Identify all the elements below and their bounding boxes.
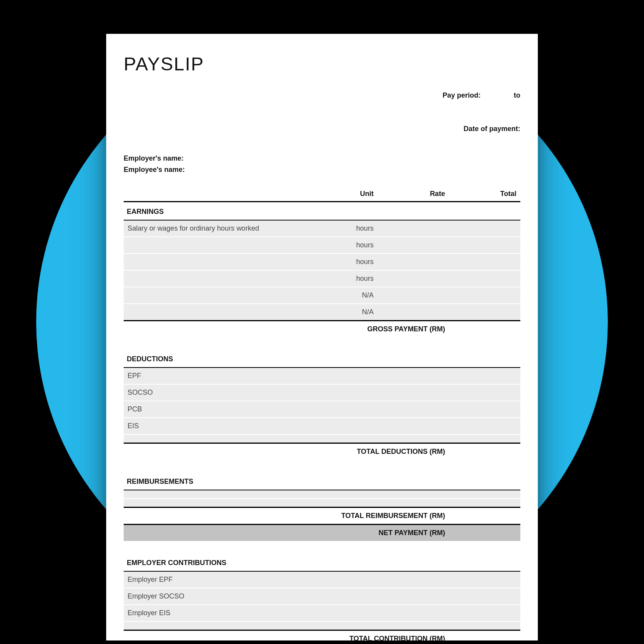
reimbursement-desc [124,490,449,499]
contributions-header-row: EMPLOYER CONTRIBUTIONS [124,553,520,571]
contribution-desc: Employer SOCSO [124,588,449,605]
net-payment-row: NET PAYMENT (RM) [124,525,520,541]
total-contribution-label: TOTAL CONTRIBUTION (RM) [124,630,449,644]
earnings-desc [124,270,318,287]
table-row: hours [124,237,520,254]
earnings-desc [124,304,318,321]
pay-period-row: Pay period: to [124,79,520,112]
names-block: Employer's name: Employee's name: [124,153,520,175]
table-row: Employer EIS [124,605,520,621]
table-row: Employer EPF [124,571,520,588]
col-desc [124,187,318,202]
deduction-desc: SOCSO [124,384,449,401]
date-of-payment-row: Date of payment: [124,112,520,145]
earnings-unit: hours [318,237,378,254]
table-row: PCB [124,401,520,418]
pay-period-to: to [514,91,520,99]
deduction-desc: EIS [124,418,449,434]
earnings-unit: hours [318,220,378,237]
col-total: Total [449,187,520,202]
deductions-header: DEDUCTIONS [124,350,520,368]
pay-period-label: Pay period: [443,91,481,99]
earnings-desc [124,237,318,254]
earnings-header-row: EARNINGS [124,202,520,220]
earnings-header: EARNINGS [124,202,520,220]
earnings-unit: N/A [318,287,378,304]
reimbursement-desc [124,499,449,508]
table-row: EIS [124,418,520,434]
table-row: EPF [124,368,520,384]
net-payment-value [449,525,520,541]
col-rate: Rate [378,187,449,202]
reimbursements-header-row: REIMBURSEMENTS [124,472,520,490]
payslip-table: Unit Rate Total EARNINGS Salary or wages… [124,187,520,644]
contribution-desc [124,621,449,630]
table-row: Salary or wages for ordinary hours worke… [124,220,520,237]
total-reimbursement-value [449,508,520,525]
earnings-unit: hours [318,270,378,287]
total-contribution-row: TOTAL CONTRIBUTION (RM) [124,630,520,644]
contributions-header: EMPLOYER CONTRIBUTIONS [124,553,520,571]
earnings-unit: N/A [318,304,378,321]
payslip-document: PAYSLIP Pay period: to Date of payment: … [106,34,538,640]
gross-payment-label: GROSS PAYMENT (RM) [124,321,449,338]
date-of-payment-label: Date of payment: [464,125,520,133]
table-row [124,499,520,508]
employee-name-label: Employee's name: [124,164,520,175]
deduction-desc: PCB [124,401,449,418]
contribution-desc: Employer EPF [124,571,449,588]
total-deductions-value [449,443,520,460]
total-contribution-value [449,630,520,644]
employer-name-label: Employer's name: [124,153,520,164]
table-row: N/A [124,287,520,304]
earnings-desc: Salary or wages for ordinary hours worke… [124,220,318,237]
reimbursements-header: REIMBURSEMENTS [124,472,520,490]
table-row [124,490,520,499]
table-row [124,621,520,630]
net-payment-label: NET PAYMENT (RM) [124,525,449,541]
total-reimbursement-label: TOTAL REIMBURSEMENT (RM) [124,508,449,525]
contribution-desc: Employer EIS [124,605,449,621]
table-row: hours [124,270,520,287]
earnings-rate [378,220,449,237]
gross-payment-row: GROSS PAYMENT (RM) [124,321,520,338]
deduction-desc: EPF [124,368,449,384]
gross-payment-value [449,321,520,338]
earnings-desc [124,287,318,304]
total-deductions-label: TOTAL DEDUCTIONS (RM) [124,443,449,460]
col-unit: Unit [318,187,378,202]
table-row: SOCSO [124,384,520,401]
table-row: Employer SOCSO [124,588,520,605]
total-deductions-row: TOTAL DEDUCTIONS (RM) [124,443,520,460]
deduction-desc [124,434,449,443]
stage: PAYSLIP Pay period: to Date of payment: … [0,0,644,644]
total-reimbursement-row: TOTAL REIMBURSEMENT (RM) [124,508,520,525]
document-title: PAYSLIP [124,53,520,75]
earnings-desc [124,254,318,270]
earnings-total [449,220,520,237]
earnings-unit: hours [318,254,378,270]
table-row: N/A [124,304,520,321]
column-header-row: Unit Rate Total [124,187,520,202]
table-row: hours [124,254,520,270]
pay-meta: Pay period: to Date of payment: [124,79,520,146]
deductions-header-row: DEDUCTIONS [124,350,520,368]
table-row [124,434,520,443]
